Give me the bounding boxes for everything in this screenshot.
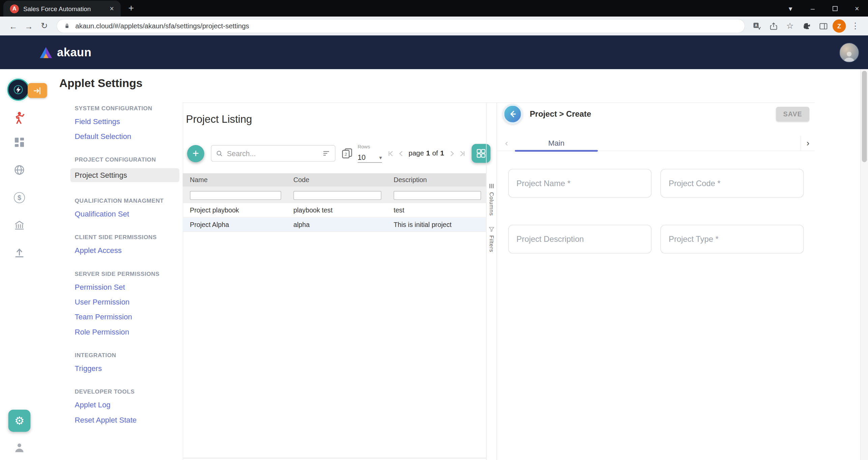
organization-icon[interactable] <box>0 219 39 231</box>
address-bar-actions: A ☆ Z ⋮ <box>750 19 863 33</box>
project-listing-panel: Project Listing + 2 Rows <box>183 69 486 460</box>
project-code-input[interactable] <box>660 169 804 198</box>
last-page-button[interactable] <box>457 148 467 159</box>
translate-icon[interactable]: A <box>750 19 764 33</box>
bookmark-star-icon[interactable]: ☆ <box>783 19 797 33</box>
sidebar-item-triggers[interactable]: Triggers <box>75 364 181 373</box>
tab-search-chevron-icon[interactable]: ▾ <box>779 0 802 17</box>
filter-list-icon[interactable] <box>322 149 331 158</box>
refresh-icon[interactable]: ↻ <box>36 18 52 34</box>
currency-icon[interactable]: $ <box>0 192 39 203</box>
window-close-button[interactable]: × <box>846 0 868 17</box>
table-row[interactable]: Project playbook playbook test test <box>183 203 486 218</box>
akaun-logo-text: akaun <box>57 46 91 59</box>
column-header-code: Code <box>286 176 386 184</box>
sidebar-item-field-settings[interactable]: Field Settings <box>75 117 181 126</box>
next-page-button[interactable] <box>447 148 457 159</box>
window-minimize-button[interactable]: – <box>802 0 824 17</box>
applet-rail: $ ⚙ <box>0 69 39 460</box>
sidebar-item-reset-applet-state[interactable]: Reset Applet State <box>75 415 181 425</box>
tab-main[interactable]: Main <box>515 135 598 151</box>
detail-header: Project > Create SAVE <box>503 104 809 124</box>
project-description-input[interactable] <box>508 225 652 253</box>
first-page-button[interactable] <box>385 148 396 159</box>
caret-down-icon: ▾ <box>379 154 382 161</box>
cell-description: This is initial project <box>386 221 486 228</box>
globe-icon[interactable] <box>0 164 39 176</box>
add-project-button[interactable]: + <box>187 145 204 162</box>
tab-favicon-icon: A <box>10 4 19 13</box>
applet-icon-red[interactable] <box>0 111 39 125</box>
browser-menu-icon[interactable]: ⋮ <box>848 19 863 33</box>
copy-pages-icon[interactable]: 2 <box>341 147 353 160</box>
back-icon[interactable]: ← <box>5 18 21 34</box>
project-create-panel: Project > Create SAVE ‹ Main › <box>496 103 815 460</box>
section-label-client-side-permissions: CLIENT SIDE PERMISSIONS <box>75 234 181 240</box>
project-description-field <box>508 225 652 253</box>
sidebar-item-project-settings[interactable]: Project Settings <box>70 168 179 182</box>
browser-window: A Sales Force Automation × + ▾ – × ← → ↻… <box>0 0 868 460</box>
active-applet-icon[interactable] <box>7 79 29 101</box>
columns-icon <box>488 183 495 190</box>
save-button[interactable]: SAVE <box>776 107 809 121</box>
sidebar-item-role-permission[interactable]: Role Permission <box>75 327 181 337</box>
sidebar-item-default-selection[interactable]: Default Selection <box>75 132 181 141</box>
share-icon[interactable] <box>766 19 781 33</box>
browser-tab[interactable]: A Sales Force Automation × <box>3 1 121 17</box>
user-avatar[interactable] <box>839 42 859 62</box>
sidebar-item-applet-access[interactable]: Applet Access <box>75 246 181 255</box>
project-table: Name Code Description Project playbook p… <box>183 173 486 232</box>
filter-input-code[interactable] <box>293 191 381 200</box>
url-input[interactable]: akaun.cloud/#/applets/akaun/sfa/settings… <box>56 19 745 33</box>
window-maximize-button[interactable] <box>824 0 846 17</box>
sidebar-item-user-permission[interactable]: User Permission <box>75 297 181 307</box>
table-filter-row <box>183 186 486 203</box>
back-button[interactable] <box>503 104 523 124</box>
column-header-name: Name <box>183 176 286 184</box>
table-header: Name Code Description <box>183 173 486 186</box>
forward-icon[interactable]: → <box>21 18 36 34</box>
dashboard-icon[interactable] <box>0 136 39 148</box>
settings-nav: SYSTEM CONFIGURATION Field Settings Defa… <box>39 105 183 425</box>
search-input[interactable] <box>227 149 319 157</box>
rows-value: 10 <box>357 153 366 162</box>
project-type-field <box>660 225 804 253</box>
project-name-input[interactable] <box>508 169 652 198</box>
page-indicator: page 1 of 1 <box>408 149 444 157</box>
filter-input-description[interactable] <box>394 191 481 200</box>
side-panel-icon[interactable] <box>816 19 831 33</box>
upload-icon[interactable] <box>0 247 39 259</box>
browser-address-bar: ← → ↻ akaun.cloud/#/applets/akaun/sfa/se… <box>0 17 868 35</box>
project-type-input[interactable] <box>660 225 804 253</box>
search-box[interactable] <box>211 145 335 162</box>
akaun-logo-triangle-icon <box>39 46 53 59</box>
section-label-integration: INTEGRATION <box>75 351 181 358</box>
new-tab-button[interactable]: + <box>128 3 134 14</box>
scrollbar-thumb[interactable] <box>862 71 867 162</box>
cell-description: test <box>386 206 486 214</box>
maximize-icon <box>832 6 837 11</box>
extension-icon[interactable] <box>799 19 814 33</box>
browser-profile-avatar[interactable]: Z <box>833 19 846 32</box>
support-person-icon[interactable] <box>0 442 39 454</box>
cell-name: Project playbook <box>183 206 286 214</box>
tab-close-icon[interactable]: × <box>107 4 116 13</box>
table-row[interactable]: Project Alpha alpha This is initial proj… <box>183 218 486 232</box>
filter-input-name[interactable] <box>190 191 281 200</box>
svg-text:2: 2 <box>345 152 347 157</box>
tabs-scroll-right-icon[interactable]: › <box>801 135 815 151</box>
listing-title: Project Listing <box>186 114 486 126</box>
sidebar-item-team-permission[interactable]: Team Permission <box>75 312 181 322</box>
settings-gear-button[interactable]: ⚙ <box>8 410 31 432</box>
open-applet-button[interactable] <box>28 83 47 98</box>
page-scrollbar[interactable] <box>860 69 868 460</box>
columns-side-tab[interactable]: Columns <box>487 183 497 216</box>
rows-per-page-select[interactable]: Rows 10 ▾ <box>357 144 382 163</box>
filters-side-tab[interactable]: Filters <box>487 226 497 252</box>
sidebar-item-qualification-set[interactable]: Qualification Set <box>75 209 181 219</box>
tabs-scroll-left-icon[interactable]: ‹ <box>498 138 515 148</box>
sidebar-item-applet-log[interactable]: Applet Log <box>75 400 181 410</box>
sidebar-item-permission-set[interactable]: Permission Set <box>75 282 181 292</box>
column-header-description: Description <box>386 176 486 184</box>
prev-page-button[interactable] <box>396 148 406 159</box>
